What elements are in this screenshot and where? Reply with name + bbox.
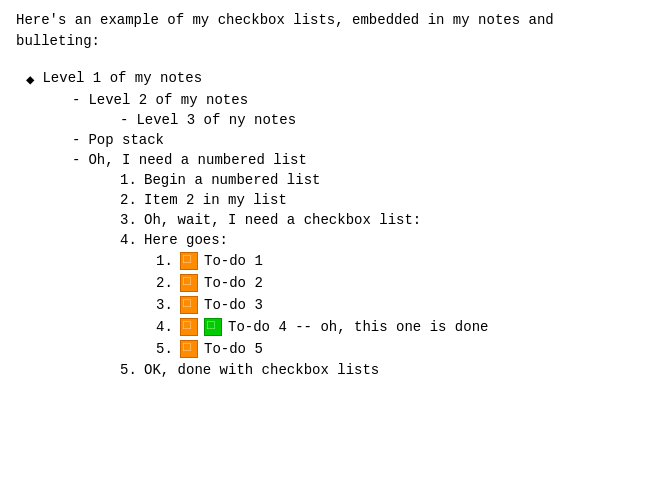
checkbox-green-icon-4[interactable]: [204, 318, 222, 336]
numbered-item-4: 4. Here goes:: [120, 232, 640, 248]
level2-text-3: Oh, I need a numbered list: [88, 152, 306, 168]
checkbox-row-1: 1. To-do 1: [156, 252, 640, 270]
checkbox-sublist: 1. To-do 1 2. To-do 2 3. To-do 3 4.: [120, 252, 640, 358]
checkbox-orange-icon-1[interactable]: [180, 252, 198, 270]
todo-text-5: To-do 5: [204, 341, 263, 357]
dash-icon-2: -: [72, 132, 80, 148]
num-2: 2.: [120, 192, 144, 208]
cb-num-3: 3.: [156, 297, 180, 313]
todo-text-3: To-do 3: [204, 297, 263, 313]
level1-item: ◆ Level 1 of my notes: [26, 70, 640, 88]
cb-num-1: 1.: [156, 253, 180, 269]
bullet-diamond-icon: ◆: [26, 71, 34, 88]
level3-text-1: Level 3 of ny notes: [136, 112, 296, 128]
numbered-text-3: Oh, wait, I need a checkbox list:: [144, 212, 421, 228]
level2-text-2: Pop stack: [88, 132, 164, 148]
checkbox-row-3: 3. To-do 3: [156, 296, 640, 314]
numbered-item-2: 2. Item 2 in my list: [120, 192, 640, 208]
checkbox-orange-icon-5[interactable]: [180, 340, 198, 358]
num-3: 3.: [120, 212, 144, 228]
numbered-list-block: 1. Begin a numbered list 2. Item 2 in my…: [72, 172, 640, 378]
level2-item-2: - Pop stack: [72, 132, 640, 148]
cb-num-4: 4.: [156, 319, 180, 335]
numbered-item-3: 3. Oh, wait, I need a checkbox list:: [120, 212, 640, 228]
intro-text: Here's an example of my checkbox lists, …: [16, 10, 640, 52]
todo-text-2: To-do 2: [204, 275, 263, 291]
num-1: 1.: [120, 172, 144, 188]
dash-icon-3: -: [72, 152, 80, 168]
numbered-item-5: 5. OK, done with checkbox lists: [120, 362, 640, 378]
list-container: ◆ Level 1 of my notes - Level 2 of my no…: [16, 70, 640, 378]
level2-text-1: Level 2 of my notes: [88, 92, 248, 108]
level3-item-1: - Level 3 of ny notes: [120, 112, 640, 128]
dash-icon-1: -: [72, 92, 80, 108]
num-4: 4.: [120, 232, 144, 248]
numbered-text-2: Item 2 in my list: [144, 192, 287, 208]
level2-block: - Level 2 of my notes - Level 3 of ny no…: [26, 92, 640, 378]
cb-num-2: 2.: [156, 275, 180, 291]
cb-num-5: 5.: [156, 341, 180, 357]
checkbox-orange-icon-4[interactable]: [180, 318, 198, 336]
todo-text-4: To-do 4 -- oh, this one is done: [228, 319, 488, 335]
num-5: 5.: [120, 362, 144, 378]
numbered-text-1: Begin a numbered list: [144, 172, 320, 188]
checkbox-orange-icon-2[interactable]: [180, 274, 198, 292]
checkbox-orange-icon-3[interactable]: [180, 296, 198, 314]
numbered-text-4: Here goes:: [144, 232, 228, 248]
numbered-text-5: OK, done with checkbox lists: [144, 362, 379, 378]
dash-icon-level3: -: [120, 112, 128, 128]
numbered-item-1: 1. Begin a numbered list: [120, 172, 640, 188]
checkbox-row-5: 5. To-do 5: [156, 340, 640, 358]
checkbox-row-2: 2. To-do 2: [156, 274, 640, 292]
level1-text: Level 1 of my notes: [42, 70, 202, 86]
level3-block: - Level 3 of ny notes: [72, 112, 640, 128]
todo-text-1: To-do 1: [204, 253, 263, 269]
checkbox-row-4: 4. To-do 4 -- oh, this one is done: [156, 318, 640, 336]
level2-item-1: - Level 2 of my notes: [72, 92, 640, 108]
level2-item-3: - Oh, I need a numbered list: [72, 152, 640, 168]
